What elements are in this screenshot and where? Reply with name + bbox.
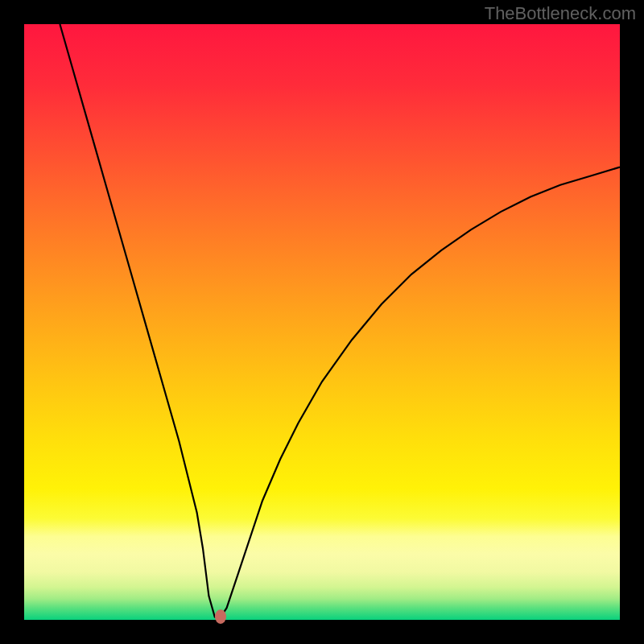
chart-minimum-marker — [215, 609, 226, 624]
watermark-text: TheBottleneck.com — [485, 3, 636, 24]
chart-curve — [24, 24, 620, 620]
chart-plot-area — [24, 24, 620, 620]
